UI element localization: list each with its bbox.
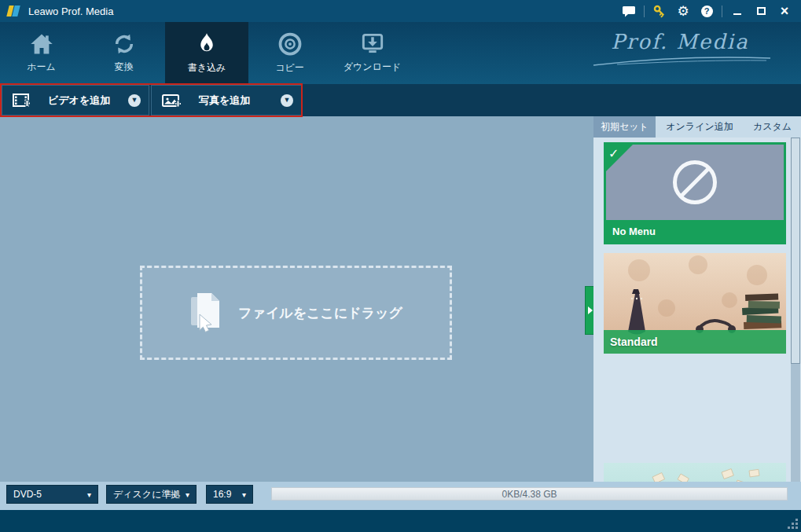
chevron-right-icon xyxy=(588,306,593,314)
tab-home[interactable]: ホーム xyxy=(0,22,83,84)
file-dropzone[interactable]: ファイルをここにドラッグ xyxy=(140,266,452,360)
tab-copy[interactable]: コピー xyxy=(248,22,331,84)
no-menu-icon xyxy=(673,160,717,204)
selected-check-icon: ✓ xyxy=(606,145,633,171)
tab-builtin-templates[interactable]: 初期セット xyxy=(593,116,656,138)
tab-label: 変換 xyxy=(115,61,134,74)
tab-burn[interactable]: 書き込み xyxy=(165,22,248,84)
resize-grip[interactable] xyxy=(788,519,799,530)
sidebar-tabbar: 初期セット オンライン追加 カスタム xyxy=(593,116,801,138)
capacity-text: 0KB/4.38 GB xyxy=(502,489,557,500)
burn-toolbar: ビデオを追加 ▼ 写真を追加 ▼ テンプレート: No Menu 書き込み xyxy=(0,84,801,116)
tab-convert[interactable]: 変換 xyxy=(83,22,165,84)
dropzone-label: ファイルをここにドラッグ xyxy=(238,304,402,322)
main-nav: ホーム 変換 書き込み コピー ダウ xyxy=(0,22,801,84)
titlebar: Leawo Prof. Media ⚙ ? × xyxy=(0,0,801,22)
add-photo-button[interactable]: 写真を追加 ▼ xyxy=(151,85,302,116)
template-name: Standard xyxy=(604,330,786,354)
tab-custom-templates[interactable]: カスタム xyxy=(744,116,801,138)
drag-file-icon xyxy=(189,293,222,332)
brand-swoosh xyxy=(586,53,774,68)
sidebar-scrollbar[interactable] xyxy=(791,138,800,482)
add-photo-dropdown-icon[interactable]: ▼ xyxy=(281,94,293,107)
window-title: Leawo Prof. Media xyxy=(28,6,113,17)
app-logo-icon xyxy=(6,5,22,17)
tab-label: 書き込み xyxy=(188,61,226,75)
minimize-button[interactable] xyxy=(726,0,749,22)
home-icon xyxy=(30,33,53,55)
status-footer xyxy=(0,510,801,532)
register-key-icon[interactable] xyxy=(648,0,671,22)
tab-label: コピー xyxy=(275,61,304,75)
close-button[interactable]: × xyxy=(773,0,796,22)
tab-download[interactable]: ダウンロード xyxy=(331,22,413,84)
add-video-dropdown-icon[interactable]: ▼ xyxy=(128,94,141,107)
convert-icon xyxy=(112,33,136,55)
photo-plus-icon xyxy=(161,91,182,110)
feedback-icon[interactable] xyxy=(617,0,641,22)
tab-label: ホーム xyxy=(27,61,56,74)
disc-format-value: DVD-5 xyxy=(13,489,42,500)
add-photo-label: 写真を追加 xyxy=(199,94,250,108)
burn-flame-icon xyxy=(195,32,219,56)
add-video-button[interactable]: ビデオを追加 ▼ xyxy=(2,85,149,116)
tab-label: ダウンロード xyxy=(344,61,401,74)
titlebar-divider xyxy=(644,6,645,17)
brand-logo: Prof. Media xyxy=(586,30,774,77)
film-plus-icon xyxy=(12,91,31,110)
disc-copy-icon xyxy=(278,32,302,56)
chevron-down-icon: ▾ xyxy=(242,490,246,499)
template-card-standard[interactable]: Standard xyxy=(604,253,786,354)
fit-mode-value: ディスクに準拠 xyxy=(113,488,180,501)
fit-mode-select[interactable]: ディスクに準拠 ▾ xyxy=(106,485,197,504)
settings-gear-icon[interactable]: ⚙ xyxy=(671,0,695,22)
help-icon[interactable]: ? xyxy=(695,0,718,22)
template-card-no-menu[interactable]: ✓ No Menu xyxy=(604,142,786,244)
disc-format-select[interactable]: DVD-5 ▾ xyxy=(6,485,98,504)
titlebar-divider xyxy=(722,6,722,17)
download-icon xyxy=(361,33,384,55)
chevron-down-icon: ▾ xyxy=(87,490,91,499)
template-sidebar: 初期セット オンライン追加 カスタム ✓ No Menu xyxy=(593,116,801,482)
bottom-settings-bar: DVD-5 ▾ ディスクに準拠 ▾ 16:9 ▾ 0KB/4.38 GB xyxy=(0,482,801,510)
aspect-ratio-select[interactable]: 16:9 ▾ xyxy=(206,485,253,504)
brand-text: Prof. Media xyxy=(586,30,774,53)
template-name: No Menu xyxy=(606,220,784,242)
add-video-label: ビデオを追加 xyxy=(48,94,110,108)
maximize-button[interactable] xyxy=(749,0,773,22)
chevron-down-icon: ▾ xyxy=(186,490,189,499)
scrollbar-thumb[interactable] xyxy=(791,138,800,364)
disc-capacity-bar: 0KB/4.38 GB xyxy=(271,487,788,501)
aspect-ratio-value: 16:9 xyxy=(213,489,231,500)
tab-online-templates[interactable]: オンライン追加 xyxy=(656,116,744,138)
